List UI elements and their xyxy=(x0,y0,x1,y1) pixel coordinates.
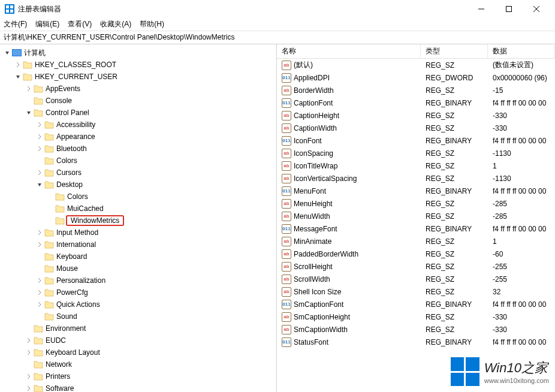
tree-item[interactable]: EUDC xyxy=(0,334,276,346)
chevron-right-icon[interactable] xyxy=(25,373,32,380)
chevron-right-icon[interactable] xyxy=(36,289,43,296)
list-row[interactable]: abIconTitleWrapREG_SZ1 xyxy=(277,159,555,172)
list-row[interactable]: abCaptionWidthREG_SZ-330 xyxy=(277,122,555,134)
close-button[interactable] xyxy=(523,0,550,18)
chevron-down-icon[interactable] xyxy=(4,49,11,56)
list-row[interactable]: 011MenuFontREG_BINARYf4 ff ff ff 00 00 0… xyxy=(277,185,555,197)
tree-item[interactable]: Software xyxy=(0,382,276,392)
column-name[interactable]: 名称 xyxy=(277,44,421,58)
tree-item[interactable]: Cursors xyxy=(0,167,276,179)
tree-item[interactable]: Personalization xyxy=(0,275,276,287)
list-row[interactable]: abPaddedBorderWidthREG_SZ-60 xyxy=(277,248,555,260)
value-name: ScrollWidth xyxy=(294,275,330,284)
tree-item[interactable]: HKEY_CURRENT_USER xyxy=(0,71,276,83)
list-row[interactable]: 011CaptionFontREG_BINARYf4 ff ff ff 00 0… xyxy=(277,97,555,109)
list-row[interactable]: 011IconFontREG_BINARYf4 ff ff ff 00 00 0… xyxy=(277,134,555,147)
svg-rect-0 xyxy=(6,5,9,8)
list-row[interactable]: ab(默认)REG_SZ(数值未设置) xyxy=(277,59,555,71)
tree-item[interactable]: Keyboard Layout xyxy=(0,346,276,358)
tree-item[interactable]: Appearance xyxy=(0,131,276,143)
list-panel[interactable]: 名称 类型 数据 ab(默认)REG_SZ(数值未设置)011AppliedDP… xyxy=(277,44,555,392)
list-row[interactable]: abScrollHeightREG_SZ-255 xyxy=(277,260,555,273)
tree-item[interactable]: Quick Actions xyxy=(0,298,276,310)
chevron-right-icon[interactable] xyxy=(36,277,43,284)
binary-value-icon: 011 xyxy=(282,136,291,146)
chevron-right-icon[interactable] xyxy=(25,85,32,92)
menu-favorites[interactable]: 收藏夹(A) xyxy=(100,19,131,29)
list-row[interactable]: abMenuWidthREG_SZ-285 xyxy=(277,210,555,222)
list-row[interactable]: abSmCaptionHeightREG_SZ-330 xyxy=(277,310,555,323)
menu-view[interactable]: 查看(V) xyxy=(68,19,92,29)
list-row[interactable]: abShell Icon SizeREG_SZ32 xyxy=(277,285,555,298)
chevron-right-icon[interactable] xyxy=(36,301,43,308)
column-type[interactable]: 类型 xyxy=(421,44,488,58)
chevron-right-icon[interactable] xyxy=(14,61,22,68)
tree-item[interactable]: Accessibility xyxy=(0,119,276,131)
tree-item-label: Colors xyxy=(56,156,77,165)
tree-item[interactable]: International xyxy=(0,239,276,251)
chevron-right-icon[interactable] xyxy=(36,121,43,128)
chevron-right-icon[interactable] xyxy=(36,241,43,248)
list-row[interactable]: 011StatusFontREG_BINARYf4 ff ff ff 00 00… xyxy=(277,336,555,348)
tree-item[interactable]: Keyboard xyxy=(0,251,276,263)
list-row[interactable]: 011AppliedDPIREG_DWORD0x00000060 (96) xyxy=(277,71,555,84)
chevron-right-icon[interactable] xyxy=(36,145,43,152)
list-row[interactable]: abIconVerticalSpacingREG_SZ-1130 xyxy=(277,172,555,185)
app-icon xyxy=(5,4,14,14)
maximize-button[interactable] xyxy=(495,0,523,18)
tree-item[interactable]: Console xyxy=(0,95,276,107)
value-data: -60 xyxy=(488,250,555,258)
list-row[interactable]: 011MessageFontREG_BINARYf4 ff ff ff 00 0… xyxy=(277,222,555,235)
folder-icon xyxy=(44,168,54,177)
column-data[interactable]: 数据 xyxy=(488,44,555,58)
list-row[interactable]: abIconSpacingREG_SZ-1130 xyxy=(277,147,555,159)
tree-item[interactable]: Printers xyxy=(0,370,276,382)
tree-item[interactable]: HKEY_CLASSES_ROOT xyxy=(0,59,276,71)
chevron-right-icon[interactable] xyxy=(25,349,32,356)
list-row[interactable]: abMenuHeightREG_SZ-285 xyxy=(277,197,555,210)
chevron-right-icon[interactable] xyxy=(36,229,43,236)
value-name: MenuHeight xyxy=(294,200,333,208)
tree-item[interactable]: 计算机 xyxy=(0,47,276,59)
tree-item[interactable]: Network xyxy=(0,358,276,370)
chevron-right-icon[interactable] xyxy=(25,385,32,392)
chevron-right-icon[interactable] xyxy=(36,133,43,140)
tree-item[interactable]: Bluetooth xyxy=(0,143,276,155)
value-data: -255 xyxy=(488,263,555,271)
menu-help[interactable]: 帮助(H) xyxy=(140,19,164,29)
tree-item[interactable]: Sound xyxy=(0,310,276,322)
value-name: IconSpacing xyxy=(294,149,333,158)
chevron-right-icon[interactable] xyxy=(25,337,32,344)
tree-item[interactable]: Control Panel xyxy=(0,107,276,119)
chevron-down-icon[interactable] xyxy=(25,109,32,116)
list-row[interactable]: abMinAnimateREG_SZ1 xyxy=(277,235,555,248)
tree-item[interactable]: Colors xyxy=(0,191,276,203)
list-row[interactable]: 011SmCaptionFontREG_BINARYf4 ff ff ff 00… xyxy=(277,298,555,310)
menu-edit[interactable]: 编辑(E) xyxy=(35,19,59,29)
list-row[interactable]: abScrollWidthREG_SZ-255 xyxy=(277,273,555,285)
value-name: SmCaptionFont xyxy=(294,300,343,309)
chevron-down-icon[interactable] xyxy=(36,181,43,188)
tree-panel[interactable]: 计算机HKEY_CLASSES_ROOTHKEY_CURRENT_USERApp… xyxy=(0,44,277,392)
value-data: -255 xyxy=(488,275,555,284)
tree-item[interactable]: Colors xyxy=(0,155,276,167)
list-row[interactable]: abCaptionHeightREG_SZ-330 xyxy=(277,109,555,122)
tree-item[interactable]: Environment xyxy=(0,322,276,334)
minimize-button[interactable] xyxy=(467,0,495,18)
tree-item[interactable]: Input Method xyxy=(0,227,276,239)
chevron-down-icon[interactable] xyxy=(14,73,22,80)
tree-item[interactable]: AppEvents xyxy=(0,83,276,95)
address-bar[interactable]: 计算机\HKEY_CURRENT_USER\Control Panel\Desk… xyxy=(0,31,555,44)
value-type: REG_SZ xyxy=(421,86,488,95)
window-controls xyxy=(467,0,550,18)
list-row[interactable]: abBorderWidthREG_SZ-15 xyxy=(277,84,555,97)
chevron-right-icon[interactable] xyxy=(36,169,43,176)
menu-file[interactable]: 文件(F) xyxy=(4,19,27,29)
value-data: 0x00000060 (96) xyxy=(488,74,555,82)
tree-item[interactable]: WindowMetrics xyxy=(0,215,276,227)
tree-item[interactable]: Mouse xyxy=(0,263,276,275)
tree-item[interactable]: MuiCached xyxy=(0,203,276,215)
tree-item[interactable]: Desktop xyxy=(0,179,276,191)
list-row[interactable]: abSmCaptionWidthREG_SZ-330 xyxy=(277,323,555,336)
tree-item[interactable]: PowerCfg xyxy=(0,287,276,298)
